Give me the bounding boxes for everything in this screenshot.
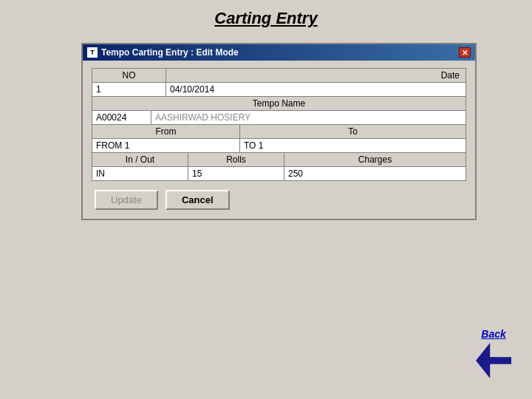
charges-field[interactable]: 250	[284, 167, 466, 180]
tempo-name-label: Tempo Name	[92, 97, 466, 110]
inout-value-row: IN 15 250	[92, 167, 466, 180]
no-date-value-row: 1 04/10/2014	[92, 83, 466, 97]
main-window: T Tempo Carting Entry : Edit Mode ✕ NO D…	[81, 43, 477, 220]
date-field[interactable]: 04/10/2014	[166, 83, 466, 96]
back-arrow-icon[interactable]	[476, 343, 511, 378]
to-field[interactable]: TO 1	[240, 139, 466, 152]
update-button[interactable]: Update	[95, 190, 158, 210]
no-label: NO	[92, 69, 166, 82]
tempo-name-label-row: Tempo Name	[92, 97, 466, 111]
title-bar: T Tempo Carting Entry : Edit Mode ✕	[83, 44, 475, 61]
from-label: From	[92, 125, 240, 138]
cancel-button[interactable]: Cancel	[166, 190, 230, 210]
tempo-name-field[interactable]: AASHIRWAD HOSIERY	[151, 111, 466, 124]
to-label: To	[240, 125, 466, 138]
window-icon: T	[87, 47, 98, 58]
inout-field[interactable]: IN	[92, 167, 188, 180]
window-body: NO Date 1 04/10/2014 Tempo Name A00024 A…	[83, 61, 475, 219]
rolls-field[interactable]: 15	[188, 167, 284, 180]
from-to-value-row: FROM 1 TO 1	[92, 139, 466, 153]
button-row: Update Cancel	[92, 190, 466, 210]
tempo-id-field[interactable]: A00024	[92, 111, 151, 124]
no-date-label-row: NO Date	[92, 69, 466, 83]
back-section: Back	[476, 328, 511, 378]
form-grid: NO Date 1 04/10/2014 Tempo Name A00024 A…	[92, 68, 466, 181]
inout-label: In / Out	[92, 153, 188, 166]
close-button[interactable]: ✕	[459, 47, 471, 58]
page-title: Carting Entry	[0, 0, 532, 28]
charges-label: Charges	[284, 153, 466, 166]
tempo-name-value-row: A00024 AASHIRWAD HOSIERY	[92, 111, 466, 125]
from-to-label-row: From To	[92, 125, 466, 139]
back-link[interactable]: Back	[481, 328, 505, 340]
from-field[interactable]: FROM 1	[92, 139, 240, 152]
rolls-label: Rolls	[188, 153, 284, 166]
title-bar-text: Tempo Carting Entry : Edit Mode	[101, 47, 239, 58]
no-field[interactable]: 1	[92, 83, 166, 96]
inout-header-row: In / Out Rolls Charges	[92, 153, 466, 167]
title-bar-left: T Tempo Carting Entry : Edit Mode	[87, 47, 239, 58]
date-label: Date	[166, 69, 466, 82]
